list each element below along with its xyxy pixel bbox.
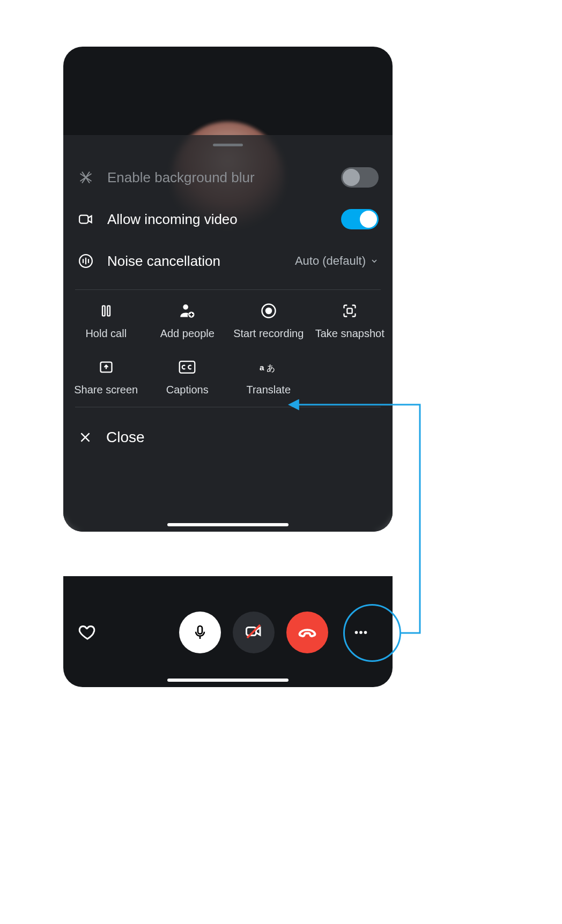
action-label: Hold call <box>85 327 127 340</box>
mic-icon <box>191 624 209 641</box>
svg-rect-0 <box>79 215 88 223</box>
options-sheet: Enable background blur Allow incoming vi… <box>63 135 393 532</box>
svg-rect-8 <box>347 308 352 313</box>
end-call-button[interactable] <box>286 612 328 653</box>
action-take-snapshot[interactable]: Take snapshot <box>309 302 391 340</box>
action-share-screen[interactable]: Share screen <box>65 358 147 396</box>
action-add-people[interactable]: Add people <box>147 302 228 340</box>
action-label: Take snapshot <box>315 327 384 340</box>
sheet-grab-handle[interactable] <box>213 144 243 146</box>
close-icon <box>77 429 93 445</box>
svg-point-15 <box>355 631 358 634</box>
chevron-down-icon <box>370 257 379 265</box>
row-label: Allow incoming video <box>107 211 328 228</box>
svg-point-4 <box>183 304 189 310</box>
home-indicator <box>167 523 289 526</box>
divider <box>75 289 381 290</box>
more-button[interactable] <box>340 612 382 653</box>
noise-value-text: Auto (default) <box>295 254 366 268</box>
snapshot-icon <box>341 302 359 320</box>
translate-icon: a あ <box>260 358 278 376</box>
react-button[interactable] <box>74 619 101 646</box>
action-label: Captions <box>166 384 209 396</box>
mic-button[interactable] <box>179 612 221 653</box>
captions-icon <box>178 358 196 376</box>
action-label: Add people <box>160 327 215 340</box>
svg-rect-2 <box>102 306 105 316</box>
action-captions[interactable]: Captions <box>147 358 228 396</box>
home-indicator <box>167 679 289 682</box>
action-label: Share screen <box>74 384 138 396</box>
toggle-background-blur[interactable] <box>341 167 379 188</box>
action-hold-call[interactable]: Hold call <box>65 302 147 340</box>
close-button[interactable]: Close <box>63 415 393 451</box>
action-translate[interactable]: a あ Translate <box>228 358 309 396</box>
svg-text:a: a <box>260 363 264 372</box>
svg-text:あ: あ <box>267 363 275 372</box>
blur-icon <box>77 170 94 185</box>
camera-button[interactable] <box>233 612 275 653</box>
svg-point-17 <box>364 631 367 634</box>
svg-point-7 <box>265 308 272 315</box>
svg-rect-13 <box>198 626 202 634</box>
toggle-incoming-video[interactable] <box>341 209 379 229</box>
svg-rect-3 <box>107 306 110 316</box>
camera-off-icon <box>244 622 263 643</box>
add-people-icon <box>178 302 196 320</box>
record-icon <box>260 302 278 320</box>
row-label: Enable background blur <box>107 169 328 186</box>
divider <box>75 407 381 407</box>
noise-icon <box>77 253 94 269</box>
row-incoming-video: Allow incoming video <box>63 198 393 240</box>
call-toolbar-screenshot <box>63 576 393 687</box>
row-noise-cancellation[interactable]: Noise cancellation Auto (default) <box>63 240 393 282</box>
row-background-blur: Enable background blur <box>63 157 393 198</box>
action-label: Start recording <box>233 327 304 340</box>
video-icon <box>77 211 94 227</box>
row-label: Noise cancellation <box>107 253 282 270</box>
close-label: Close <box>106 429 145 446</box>
call-options-sheet-screenshot: Enable background blur Allow incoming vi… <box>63 47 393 532</box>
noise-value[interactable]: Auto (default) <box>295 254 379 268</box>
action-label: Translate <box>246 384 291 396</box>
pause-icon <box>97 302 115 320</box>
action-start-recording[interactable]: Start recording <box>228 302 309 340</box>
hangup-icon <box>297 622 318 643</box>
heart-icon <box>78 623 97 642</box>
svg-point-16 <box>359 631 363 634</box>
more-icon <box>352 623 370 642</box>
share-screen-icon <box>97 358 115 376</box>
